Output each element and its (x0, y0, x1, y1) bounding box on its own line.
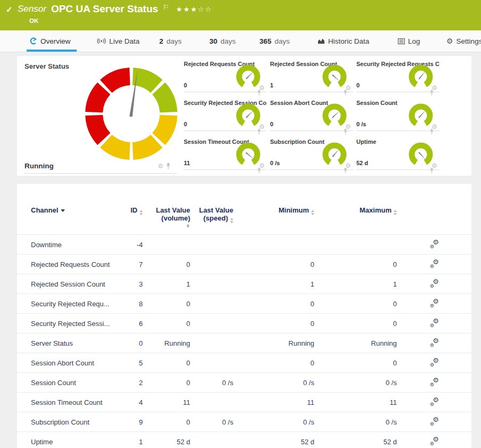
channel-table: Channel ID Last Value(volume) Last Value… (17, 184, 471, 448)
tab-365-days[interactable]: 365 days (259, 30, 290, 52)
channel-settings-cell: ⚙ ⚙ (397, 373, 471, 393)
pin-icon[interactable] (429, 167, 434, 174)
last-value-speed-cell: 0 /s (190, 412, 233, 432)
channel-row[interactable]: Session Abort Count 5 0 0 0 ⚙ ⚙ (17, 353, 471, 373)
status-badge: OK (29, 18, 38, 24)
flag-icon[interactable]: ⚐ (163, 3, 169, 11)
last-value-volume-cell: 0 (143, 412, 190, 432)
tab-log[interactable]: Log (398, 30, 420, 52)
channel-row[interactable]: Security Rejected Sessi... 6 0 0 0 ⚙ ⚙ (17, 314, 471, 333)
channel-id-cell: 4 (129, 393, 143, 412)
column-header-minimum[interactable]: Minimum (233, 184, 314, 235)
channel-settings-icon[interactable]: ⚙ ⚙ (430, 378, 439, 386)
mini-gauge-actions: ⚙ (345, 124, 351, 130)
settings-gear-icon: ⚙ (446, 37, 453, 45)
tab-label-unit: days (167, 37, 182, 45)
channel-name-cell[interactable]: Downtime (17, 235, 129, 255)
tab-label-number: 2 (159, 37, 164, 45)
tab-settings[interactable]: ⚙ Settings (446, 30, 481, 52)
channel-name-cell[interactable]: Security Rejected Sessi... (17, 314, 129, 333)
minimum-cell: 0 /s (233, 373, 314, 393)
mini-gauge-actions: ⚙ (345, 85, 351, 91)
last-value-volume-cell: 0 (143, 294, 190, 314)
channel-settings-icon[interactable]: ⚙ ⚙ (430, 358, 439, 366)
last-value-volume-cell: 0 (143, 353, 190, 373)
channel-name-cell[interactable]: Uptime (17, 432, 129, 448)
channel-row[interactable]: Rejected Session Count 3 1 1 1 ⚙ ⚙ (17, 274, 471, 294)
tab-overview[interactable]: Overview (30, 30, 70, 52)
channel-settings-icon[interactable]: ⚙ ⚙ (430, 259, 439, 268)
sort-icon (311, 210, 314, 215)
column-header-channel[interactable]: Channel (17, 184, 129, 235)
channel-name-cell[interactable]: Rejected Session Count (17, 274, 129, 294)
pin-icon[interactable] (166, 162, 171, 169)
last-value-speed-cell (190, 393, 233, 412)
pin-icon[interactable] (343, 89, 348, 96)
channel-id-cell: 3 (129, 274, 143, 294)
channel-row[interactable]: Security Rejected Requ... 8 0 0 0 ⚙ ⚙ (17, 294, 471, 314)
last-value-volume-cell (143, 235, 190, 255)
priority-stars[interactable]: ★★★☆☆ (176, 5, 213, 13)
channel-row[interactable]: Downtime -4 ⚙ ⚙ (17, 235, 471, 255)
channel-name-cell[interactable]: Session Timeout Count (17, 393, 129, 412)
channel-row[interactable]: Session Count 2 0 0 /s 0 /s 0 /s ⚙ ⚙ (17, 373, 471, 393)
channel-settings-icon[interactable]: ⚙ ⚙ (430, 299, 439, 307)
mini-gauge-actions: ⚙ (259, 124, 265, 130)
pin-icon[interactable] (257, 167, 262, 174)
tab-historic-data[interactable]: Historic Data (317, 30, 369, 52)
channel-name-cell[interactable]: Session Abort Count (17, 353, 129, 373)
channel-id-cell: 9 (129, 412, 143, 432)
pin-icon[interactable] (257, 89, 262, 96)
column-header-last-value-volume[interactable]: Last Value(volume) (143, 184, 190, 235)
maximum-cell: 0 /s (314, 412, 397, 432)
channel-settings-icon[interactable]: ⚙ ⚙ (430, 397, 439, 406)
pin-icon[interactable] (257, 128, 262, 135)
channel-settings-icon[interactable]: ⚙ ⚙ (430, 279, 439, 288)
maximum-cell: 1 (314, 274, 397, 294)
gauge-segment-red (106, 77, 130, 87)
last-value-volume-cell: 11 (143, 393, 190, 412)
maximum-cell: 0 (314, 294, 397, 314)
channel-gear-icon[interactable]: ⚙ (158, 163, 164, 169)
channel-row[interactable]: Session Timeout Count 4 11 11 11 ⚙ ⚙ (17, 393, 471, 412)
mini-gauge-actions: ⚙ (431, 124, 437, 130)
mini-gauge-needle (419, 152, 426, 160)
last-value-speed-cell (190, 255, 233, 274)
channel-name-cell[interactable]: Security Rejected Requ... (17, 294, 129, 314)
server-status-gauge (82, 64, 181, 163)
tab-live-data[interactable]: Live Data (97, 30, 140, 52)
primary-channel-actions: ⚙ (158, 162, 171, 169)
channel-row[interactable]: Uptime 1 52 d 52 d 52 d ⚙ ⚙ (17, 432, 471, 448)
channel-name-cell[interactable]: Subscription Count (17, 412, 129, 432)
mini-gauge-value: 0 /s (270, 160, 280, 166)
pin-icon[interactable] (343, 128, 348, 135)
channel-name-cell[interactable]: Session Count (17, 373, 129, 393)
channel-id-cell: 7 (129, 255, 143, 274)
channel-settings-icon[interactable]: ⚙ ⚙ (430, 437, 439, 445)
pin-icon[interactable] (343, 167, 348, 174)
pin-icon[interactable] (429, 89, 434, 96)
last-value-speed-cell (190, 333, 233, 353)
gauge-segment-yellow (159, 115, 169, 139)
channel-name-cell[interactable]: Server Status (17, 333, 129, 353)
gauges-panel: Server Status Running ⚙ Rejected Request… (17, 56, 471, 176)
channel-row[interactable]: Subscription Count 9 0 0 /s 0 /s 0 /s ⚙ … (17, 412, 471, 432)
channel-row[interactable]: Rejected Requests Count 7 0 0 0 ⚙ ⚙ (17, 255, 471, 274)
channel-settings-icon[interactable]: ⚙ ⚙ (430, 338, 439, 347)
tab-30-days[interactable]: 30 days (209, 30, 236, 52)
channel-settings-cell: ⚙ ⚙ (397, 294, 471, 314)
channel-name-cell[interactable]: Rejected Requests Count (17, 255, 129, 274)
pin-icon[interactable] (429, 128, 434, 135)
column-header-last-value-speed[interactable]: Last Value(speed) (190, 184, 233, 235)
channel-settings-icon[interactable]: ⚙ ⚙ (430, 417, 439, 426)
channel-settings-icon[interactable]: ⚙ ⚙ (430, 240, 439, 248)
mini-gauge-value: 11 (184, 160, 190, 166)
channel-row[interactable]: Server Status 0 Running Running Running … (17, 333, 471, 353)
column-header-maximum[interactable]: Maximum (314, 184, 397, 235)
channel-settings-icon[interactable]: ⚙ ⚙ (430, 319, 439, 327)
tab-label-number: 30 (209, 37, 217, 45)
last-value-volume-cell: 0 (143, 373, 190, 393)
tab-2-days[interactable]: 2 days (159, 30, 182, 52)
channel-id-cell: 5 (129, 353, 143, 373)
column-header-id[interactable]: ID (129, 184, 143, 235)
